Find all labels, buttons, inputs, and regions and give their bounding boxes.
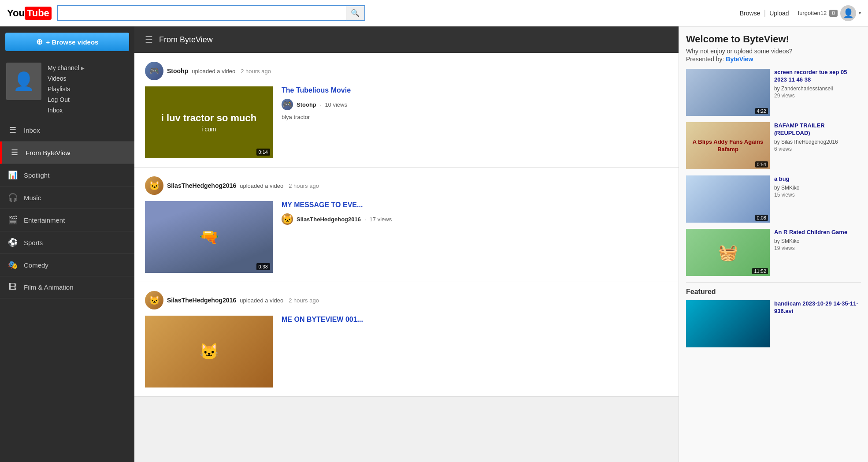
right-video-duration: 0:08 xyxy=(755,215,768,221)
videos-link[interactable]: Videos xyxy=(48,75,85,82)
notification-badge[interactable]: 0 xyxy=(829,10,838,17)
plus-icon: ⊕ xyxy=(36,37,43,47)
video-title[interactable]: MY MESSAGE TO EVE... xyxy=(282,201,668,209)
feed-action: uploaded a video xyxy=(240,297,283,304)
avatar[interactable]: 👤 xyxy=(840,5,856,21)
feed-item-meta: 🐱 SilasTheHedgehog2016 uploaded a video … xyxy=(145,176,668,195)
channel-avatar: 🎮 xyxy=(282,99,293,110)
sidebar-inbox-label: Inbox xyxy=(24,127,40,134)
featured-label: Featured xyxy=(686,288,861,296)
feed-item: 🐱 SilasTheHedgehog2016 uploaded a video … xyxy=(134,168,679,282)
search-bar: 🔍 xyxy=(57,5,365,21)
my-channel-label: My channel xyxy=(48,64,79,71)
video-info: MY MESSAGE TO EVE... 🐱 SilasTheHedgehog2… xyxy=(282,201,668,273)
inbox-icon: ☰ xyxy=(8,125,18,135)
sidebar-film-animation-label: Film & Animation xyxy=(24,283,74,291)
film-animation-icon: 🎞 xyxy=(8,283,18,292)
sidebar-entertainment-label: Entertainment xyxy=(24,216,65,224)
search-icon: 🔍 xyxy=(351,9,360,17)
my-channel-link[interactable]: My channel ▶ xyxy=(48,64,85,71)
sidebar-item-comedy[interactable]: 🎭 Comedy xyxy=(0,254,134,276)
browse-videos-button[interactable]: ⊕ + Browse videos xyxy=(5,33,129,51)
right-video-views: 29 views xyxy=(774,93,861,99)
logout-link[interactable]: Log Out xyxy=(48,96,85,103)
right-video-title[interactable]: BAFAMP TRAILER (REUPLOAD) xyxy=(774,122,861,137)
right-video-title[interactable]: screen recorder tue sep 05 2023 11 46 38 xyxy=(774,69,861,84)
feed-uploader[interactable]: SilasTheHedgehog2016 xyxy=(167,297,236,304)
feed-hamburger-icon: ☰ xyxy=(145,34,153,45)
sidebar-item-sports[interactable]: ⚽ Sports xyxy=(0,231,134,254)
featured-video-title[interactable]: bandicam 2023-10-29 14-35-11-936.avi xyxy=(774,300,861,315)
video-channel-name[interactable]: SilasTheHedgehog2016 xyxy=(297,216,361,223)
video-thumb-inner: 🔫 xyxy=(145,201,273,273)
right-video-info: An R Rated Children Game by SMKiko 19 vi… xyxy=(774,229,861,251)
featured-thumb-inner xyxy=(686,300,770,347)
feed-time: 2 hours ago xyxy=(289,297,319,304)
sidebar-spotlight-label: Spotlight xyxy=(24,171,49,179)
video-views: 17 views xyxy=(370,216,392,223)
search-button[interactable]: 🔍 xyxy=(346,5,365,21)
sidebar-sports-label: Sports xyxy=(24,239,43,246)
right-video-item: 🧺 11:52 An R Rated Children Game by SMKi… xyxy=(686,229,861,276)
search-input[interactable] xyxy=(57,5,346,21)
sidebar-item-music[interactable]: 🎧 Music xyxy=(0,186,134,209)
sidebar-item-spotlight[interactable]: 📊 Spotlight xyxy=(0,164,134,186)
video-thumbnail[interactable]: i luv tractor so much i cum 0:14 xyxy=(145,86,273,158)
kids-emoji: 🧺 xyxy=(718,243,738,262)
featured-video-item: bandicam 2023-10-29 14-35-11-936.avi xyxy=(686,300,861,347)
thumb-main-text: i luv tractor so much xyxy=(161,112,256,124)
feed-time: 2 hours ago xyxy=(241,68,271,75)
feed-action: uploaded a video xyxy=(240,183,283,189)
right-video-thumbnail[interactable]: 🧺 11:52 xyxy=(686,229,770,276)
video-channel-row: 🎮 Stoohp · 10 views xyxy=(282,99,668,110)
feed-uploader[interactable]: SilasTheHedgehog2016 xyxy=(167,182,236,189)
video-title[interactable]: ME ON BYTEVIEW 001... xyxy=(282,316,668,324)
logout-label: Log Out xyxy=(48,96,70,103)
video-info: The Tubelious Movie 🎮 Stoohp · 10 views … xyxy=(282,86,668,158)
sidebar-from-byteview-label: From ByteView xyxy=(26,149,70,156)
feed-uploader[interactable]: Stoohp xyxy=(167,67,188,75)
video-thumbnail[interactable]: 🔫 0:38 xyxy=(145,201,273,273)
spotlight-icon: 📊 xyxy=(8,170,18,180)
feed-header: ☰ From ByteView xyxy=(134,26,679,53)
inbox-profile-link[interactable]: Inbox xyxy=(48,107,85,114)
username: furgotten12 xyxy=(798,10,827,16)
profile-links: My channel ▶ Videos Playlists Log Out In… xyxy=(48,63,85,114)
byteview-link[interactable]: ByteView xyxy=(726,56,753,63)
welcome-title: Welcome to ByteView! xyxy=(686,34,861,45)
video-duration: 0:38 xyxy=(256,263,270,270)
video-duration: 0:14 xyxy=(256,149,270,156)
thumb-sub-text: i cum xyxy=(201,126,216,133)
video-channel-name[interactable]: Stoohp xyxy=(297,101,316,108)
sidebar-item-from-byteview[interactable]: ☰ From ByteView xyxy=(0,142,134,164)
right-video-title[interactable]: a bug xyxy=(774,175,861,183)
video-views: 10 views xyxy=(325,101,347,108)
right-video-duration: 11:52 xyxy=(752,268,768,274)
video-description: blya tractor xyxy=(282,114,668,120)
right-video-views: 19 views xyxy=(774,245,861,251)
logo[interactable]: You Tube xyxy=(7,7,52,20)
sidebar-item-film-animation[interactable]: 🎞 Film & Animation xyxy=(0,276,134,298)
avatar-dropdown-icon[interactable]: ▾ xyxy=(859,11,861,15)
playlists-link[interactable]: Playlists xyxy=(48,86,85,93)
video-thumbnail[interactable]: 🐱 xyxy=(145,316,273,387)
featured-video-thumbnail[interactable] xyxy=(686,300,770,347)
upload-link[interactable]: Upload xyxy=(769,10,789,17)
separator xyxy=(686,282,861,283)
playlists-label: Playlists xyxy=(48,86,70,93)
right-video-by: by SilasTheHedgehog2016 xyxy=(774,139,861,145)
right-video-thumbnail[interactable]: 0:08 xyxy=(686,175,770,223)
browse-link[interactable]: Browse xyxy=(740,10,760,17)
right-video-thumbnail[interactable]: 4:22 xyxy=(686,69,770,116)
right-video-duration: 0:54 xyxy=(755,161,768,168)
feed-header-title: From ByteView xyxy=(159,35,213,45)
presented-by-text: Presented by: xyxy=(686,56,724,63)
sidebar-item-entertainment[interactable]: 🎬 Entertainment xyxy=(0,209,134,231)
sidebar-item-inbox[interactable]: ☰ Inbox xyxy=(0,119,134,142)
right-video-title[interactable]: An R Rated Children Game xyxy=(774,229,861,236)
right-video-thumbnail[interactable]: A Blips Addy Fans AgainsBafamp 0:54 xyxy=(686,122,770,169)
sidebar: ⊕ + Browse videos 👤 My channel ▶ Videos … xyxy=(0,26,134,462)
feed-user-avatar: 🐱 xyxy=(145,291,163,309)
header-right: Browse | Upload furgotten12 0 👤 ▾ xyxy=(740,5,861,21)
video-title[interactable]: The Tubelious Movie xyxy=(282,86,668,94)
